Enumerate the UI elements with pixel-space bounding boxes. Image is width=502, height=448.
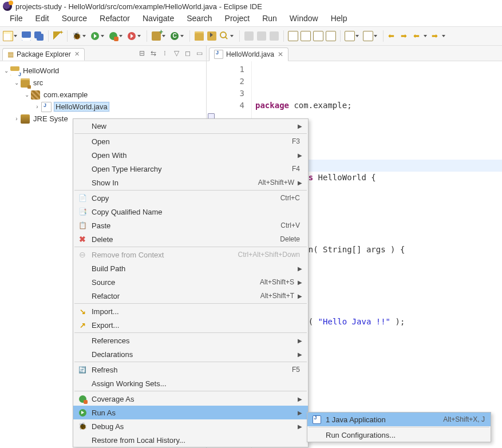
nav-back-history[interactable]	[412, 30, 424, 42]
toggle-1[interactable]	[287, 30, 299, 42]
run-as-submenu: 1 Java Application Alt+Shift+X, J Run Co…	[307, 412, 491, 442]
menu-refactor[interactable]: Refactor	[93, 13, 136, 24]
ctx-open-type-hierarchy[interactable]: Open Type HierarchyF4	[73, 162, 308, 176]
expand-icon[interactable]: ⌄	[2, 68, 10, 74]
ctx-new[interactable]: New▶	[73, 119, 308, 133]
ctx-coverage-as[interactable]: Coverage As▶	[73, 392, 308, 406]
wand-button[interactable]	[52, 30, 64, 42]
toolbar-separator	[189, 30, 190, 42]
view-tabbar: ▦ Package Explorer ✕ ⊟ ⇆ ⁝ ▽ ◻ ▭	[0, 46, 206, 61]
menu-edit[interactable]: Edit	[29, 13, 56, 24]
expand-icon[interactable]: ⌄	[13, 80, 21, 86]
close-icon[interactable]: ✕	[278, 50, 283, 58]
new-button[interactable]	[2, 30, 14, 42]
ctx-references[interactable]: References▶	[73, 334, 308, 347]
ctx-run-as[interactable]: Run As▶	[73, 406, 308, 419]
disabled-tool-3	[268, 30, 280, 42]
nav-fwd-history[interactable]	[430, 30, 442, 42]
project-label: HelloWorld	[22, 66, 60, 76]
refresh-icon	[77, 365, 88, 374]
run-button[interactable]	[89, 30, 101, 42]
toolbar-separator	[340, 30, 341, 42]
new-type-button[interactable]	[169, 30, 180, 42]
ctx-delete[interactable]: DeleteDelete	[73, 232, 308, 246]
src-label: src	[32, 78, 44, 88]
sub-java-application[interactable]: 1 Java Application Alt+Shift+X, J	[307, 413, 491, 426]
paste-icon	[77, 221, 88, 230]
expand-icon[interactable]: ›	[33, 104, 41, 110]
coverage-button[interactable]	[108, 30, 119, 42]
java-application-icon	[311, 415, 322, 424]
filter-icon[interactable]: ⁝	[160, 49, 169, 58]
ctx-import[interactable]: Import...	[73, 304, 308, 318]
ctx-export[interactable]: Export...	[73, 318, 308, 332]
tree-project[interactable]: ⌄ HelloWorld	[2, 65, 204, 77]
ctx-paste[interactable]: PasteCtrl+V	[73, 219, 308, 232]
tree-src[interactable]: ⌄ src	[2, 77, 204, 89]
nav-fwd-button[interactable]	[400, 30, 411, 42]
coverage-icon	[77, 394, 88, 403]
ctx-refresh[interactable]: RefreshF5	[73, 363, 308, 376]
menu-search[interactable]: Search	[180, 13, 218, 24]
ctx-assign-working-sets[interactable]: Assign Working Sets...	[73, 376, 308, 390]
expand-icon[interactable]: ›	[13, 116, 21, 122]
save-button[interactable]	[21, 30, 32, 42]
menu-run[interactable]: Run	[256, 13, 283, 24]
file-label: HelloWorld.java	[54, 102, 109, 112]
view-menu-icon[interactable]: ▽	[172, 49, 181, 58]
toggle-3[interactable]	[313, 30, 324, 42]
ctx-open[interactable]: OpenF3	[73, 134, 308, 148]
jre-label: JRE Syste	[32, 114, 69, 124]
perspective-dropdown-2[interactable]	[362, 30, 374, 42]
editor-tab-label: HelloWorld.java	[226, 50, 274, 58]
tree-package[interactable]: ⌄ com.example	[2, 89, 204, 101]
minimize-view-icon[interactable]: ◻	[183, 49, 192, 58]
external-tools-button[interactable]	[126, 30, 137, 42]
open-resource-button[interactable]	[206, 30, 218, 42]
java-project-icon	[10, 66, 19, 76]
collapse-all-icon[interactable]: ⊟	[137, 49, 147, 58]
editor-tab-helloworld[interactable]: HelloWorld.java ✕	[209, 47, 288, 61]
new-package-button[interactable]	[151, 30, 162, 42]
remove-icon	[77, 250, 88, 259]
run-icon	[77, 408, 88, 417]
ctx-open-with[interactable]: Open With▶	[73, 148, 308, 162]
ctx-copy[interactable]: CopyCtrl+C	[73, 191, 308, 205]
open-project-button[interactable]	[193, 30, 205, 42]
menu-project[interactable]: Project	[219, 13, 256, 24]
package-explorer-tab[interactable]: ▦ Package Explorer ✕	[2, 48, 85, 61]
window-title: projects-study - HelloWorld/src/com/exam…	[15, 2, 262, 11]
ctx-declarations[interactable]: Declarations▶	[73, 347, 308, 361]
ctx-source[interactable]: SourceAlt+Shift+S▶	[73, 275, 308, 289]
ctx-build-path[interactable]: Build Path▶	[73, 261, 308, 275]
ctx-remove-from-context: Remove from ContextCtrl+Alt+Shift+Down	[73, 248, 308, 261]
debug-icon	[77, 422, 88, 431]
ctx-restore-local-history[interactable]: Restore from Local History...	[73, 433, 308, 447]
menu-navigate[interactable]: Navigate	[136, 13, 180, 24]
link-editor-icon[interactable]: ⇆	[149, 49, 158, 58]
toggle-2[interactable]	[300, 30, 311, 42]
ctx-copy-qualified[interactable]: Copy Qualified Name	[73, 205, 308, 219]
close-icon[interactable]: ✕	[74, 50, 80, 58]
toggle-4[interactable]	[325, 30, 337, 42]
ctx-debug-as[interactable]: Debug As▶	[73, 419, 308, 433]
menu-help[interactable]: Help	[325, 13, 354, 24]
java-file-icon	[214, 50, 223, 59]
search-button[interactable]	[219, 30, 230, 42]
nav-back-button[interactable]	[387, 30, 398, 42]
ctx-refactor[interactable]: RefactorAlt+Shift+T▶	[73, 289, 308, 303]
maximize-view-icon[interactable]: ▭	[195, 49, 204, 58]
ctx-show-in[interactable]: Show InAlt+Shift+W▶	[73, 176, 308, 189]
sub-run-configurations[interactable]: Run Configurations...	[307, 428, 491, 442]
tree-file-helloworld[interactable]: › HelloWorld.java	[2, 101, 204, 113]
package-icon	[31, 90, 40, 100]
save-all-button[interactable]	[33, 30, 45, 42]
perspective-dropdown-1[interactable]	[344, 30, 355, 42]
view-toolbar: ⊟ ⇆ ⁝ ▽ ◻ ▭	[137, 49, 204, 58]
expand-icon[interactable]: ⌄	[23, 92, 31, 98]
menu-file[interactable]: File	[3, 13, 29, 24]
menu-source[interactable]: Source	[56, 13, 93, 24]
window-title-bar: projects-study - HelloWorld/src/com/exam…	[0, 0, 502, 13]
debug-button[interactable]	[71, 30, 82, 42]
menu-window[interactable]: Window	[283, 13, 325, 24]
